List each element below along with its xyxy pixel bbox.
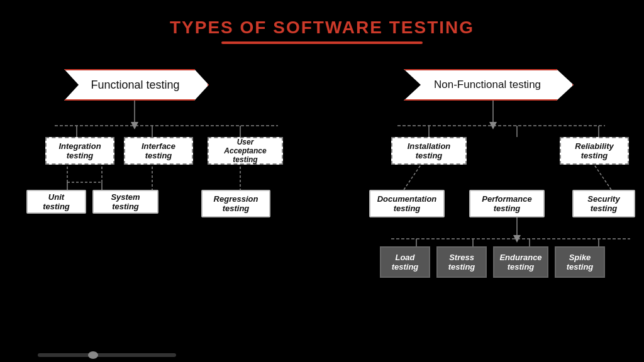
documentation-testing-box: Documentationtesting bbox=[369, 190, 445, 217]
system-testing-box: System testing bbox=[92, 190, 158, 214]
security-testing-box: Securitytesting bbox=[572, 190, 635, 217]
regression-testing-box: Regressiontesting bbox=[201, 190, 270, 217]
spike-testing-box: Spiketesting bbox=[555, 246, 605, 278]
installation-testing-box: Installationtesting bbox=[391, 137, 467, 165]
stress-testing-box: Stresstesting bbox=[436, 246, 487, 278]
integration-testing-box: Integrationtesting bbox=[45, 137, 114, 165]
svg-line-17 bbox=[404, 162, 423, 190]
unit-testing-box: Unit testing bbox=[26, 190, 86, 214]
title-underline bbox=[221, 41, 423, 44]
performance-testing-box: Performancetesting bbox=[469, 190, 545, 217]
svg-line-18 bbox=[592, 162, 611, 190]
endurance-testing-box: Endurancetesting bbox=[493, 246, 548, 278]
scrollbar-thumb[interactable] bbox=[88, 351, 98, 359]
load-testing-box: Loadtesting bbox=[380, 246, 430, 278]
reliability-testing-box: Reliabilitytesting bbox=[560, 137, 629, 165]
scrollbar[interactable] bbox=[38, 353, 176, 357]
user-acceptance-testing-box: User Acceptancetesting bbox=[208, 137, 283, 165]
interface-testing-box: Interfacetesting bbox=[124, 137, 193, 165]
diagram: Functional testing Non-Functional testin… bbox=[14, 57, 630, 362]
nonfunctional-testing-box: Non-Functional testing bbox=[404, 69, 574, 101]
main-title: TYPES OF SOFTWARE TESTING bbox=[170, 18, 474, 38]
functional-testing-box: Functional testing bbox=[64, 69, 209, 101]
main-container: TYPES OF SOFTWARE TESTING bbox=[0, 0, 644, 362]
title-section: TYPES OF SOFTWARE TESTING bbox=[170, 18, 474, 44]
